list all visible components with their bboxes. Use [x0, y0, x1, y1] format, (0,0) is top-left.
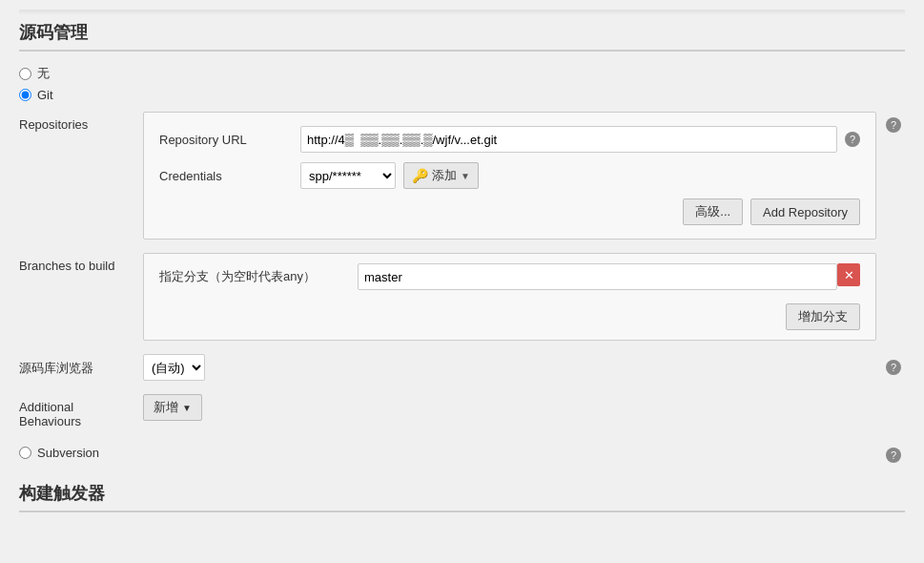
add-branch-button[interactable]: 增加分支 — [786, 303, 860, 330]
branch-field-label: 指定分支（为空时代表any） — [159, 268, 350, 285]
advanced-button[interactable]: 高级... — [683, 198, 743, 225]
branch-input[interactable] — [358, 263, 837, 290]
branches-label: Branches to build — [19, 253, 133, 273]
option-none-row: 无 — [19, 65, 905, 82]
additional-behaviours-row: Additional Behaviours 新增 ▼ — [19, 394, 905, 428]
repo-url-help-icon[interactable]: ? — [845, 132, 860, 147]
source-browser-help-col: ? — [886, 354, 905, 375]
repo-buttons-row: 高级... Add Repository — [159, 198, 860, 225]
repositories-content: Repository URL ? Credentials spp/****** … — [143, 112, 876, 240]
additional-behaviours-help-col — [886, 394, 905, 400]
xinjian-label: 新增 — [154, 399, 178, 416]
delete-branch-button[interactable]: ✕ — [837, 263, 860, 286]
xinjian-caret-icon: ▼ — [182, 403, 192, 413]
branches-row: Branches to build ✕ 指定分支（为空时代表any） ? 增加分… — [19, 253, 905, 341]
add-repository-button[interactable]: Add Repository — [750, 198, 860, 225]
credentials-field-label: Credentials — [159, 169, 293, 183]
source-browser-row-label: 源码库浏览器 — [19, 354, 133, 377]
key-icon: 🔑 — [412, 168, 428, 183]
scm-none-label: 无 — [37, 65, 50, 82]
subversion-label: Subversion — [37, 446, 99, 460]
scm-git-radio[interactable] — [19, 89, 31, 101]
source-browser-content: (自动) — [143, 354, 876, 381]
repositories-row: Repositories Repository URL ? Credential… — [19, 112, 905, 240]
subversion-help-icon[interactable]: ? — [886, 448, 901, 463]
branch-field-row: 指定分支（为空时代表any） ? — [159, 263, 860, 290]
repo-url-row: Repository URL ? — [159, 126, 860, 153]
repositories-help-col: ? — [886, 112, 905, 133]
main-form: Repositories Repository URL ? Credential… — [19, 112, 905, 463]
credentials-select[interactable]: spp/****** — [300, 162, 396, 189]
repo-url-field-label: Repository URL — [159, 133, 293, 147]
credentials-add-button[interactable]: 🔑 添加 ▼ — [403, 162, 479, 189]
scroll-hint — [19, 10, 905, 15]
page-title-trigger: 构建触发器 — [19, 482, 905, 512]
branches-help-col — [886, 253, 905, 259]
scm-options: 无 Git — [19, 65, 905, 102]
repositories-box: Repository URL ? Credentials spp/****** … — [143, 112, 876, 240]
source-browser-select[interactable]: (自动) — [143, 354, 205, 381]
subversion-row: Subversion ? — [19, 442, 905, 463]
additional-behaviours-content: 新增 ▼ — [143, 394, 876, 421]
repositories-label: Repositories — [19, 112, 133, 132]
option-git-row: Git — [19, 88, 905, 102]
add-btn-label: 添加 — [432, 167, 457, 184]
branches-box: ✕ 指定分支（为空时代表any） ? 增加分支 — [143, 253, 876, 341]
credentials-row: Credentials spp/****** 🔑 添加 ▼ — [159, 162, 860, 189]
additional-behaviours-label: Additional Behaviours — [19, 394, 133, 428]
branches-content: ✕ 指定分支（为空时代表any） ? 增加分支 — [143, 253, 876, 341]
repo-url-input[interactable] — [300, 126, 837, 153]
scm-svn-radio[interactable] — [19, 447, 31, 459]
source-browser-row: 源码库浏览器 (自动) ? — [19, 354, 905, 381]
repositories-help-icon[interactable]: ? — [886, 117, 901, 133]
new-behaviour-button[interactable]: 新增 ▼ — [143, 394, 202, 421]
source-browser-help-icon[interactable]: ? — [886, 360, 901, 375]
add-caret-icon: ▼ — [461, 171, 470, 181]
scm-none-radio[interactable] — [19, 68, 31, 80]
subversion-help-col: ? — [886, 442, 905, 463]
subversion-radio-row: Subversion — [19, 446, 99, 460]
page: 源码管理 无 Git Repositories Repository URL ? — [0, 0, 924, 563]
scm-git-label: Git — [37, 88, 53, 102]
page-title-scm: 源码管理 — [19, 21, 905, 52]
